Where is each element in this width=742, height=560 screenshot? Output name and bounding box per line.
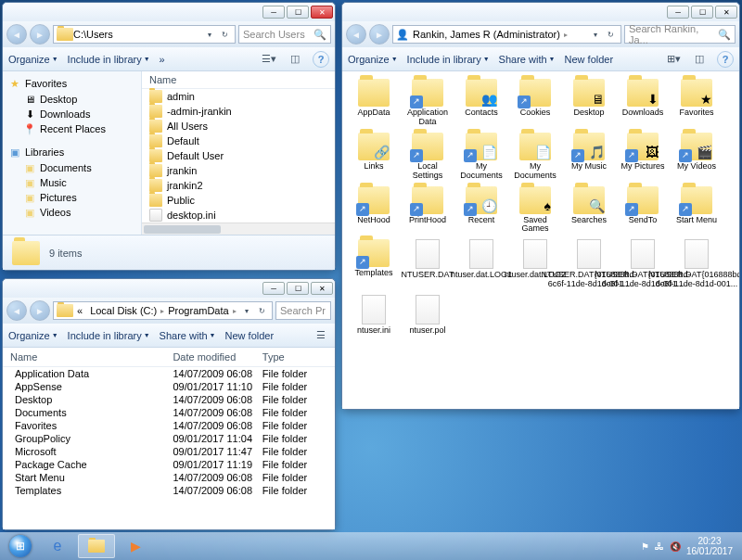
search-box[interactable]: Search Users🔍 [238,25,331,44]
back-button[interactable]: ◄ [346,24,366,45]
minimize-button[interactable]: ─ [667,6,689,19]
maximize-button[interactable]: ☐ [691,6,713,19]
list-item[interactable]: desktop.ini [142,208,335,223]
titlebar[interactable]: ─ ☐ ✕ [342,3,739,21]
back-button[interactable]: ◄ [6,24,27,45]
nav-item[interactable]: ▣Music [3,175,141,190]
include-library-button[interactable]: Include in library ▼ [407,54,490,65]
view-button[interactable]: ☰ [313,327,329,344]
more-button[interactable]: » [160,54,165,65]
start-button[interactable] [4,534,37,558]
nav-item[interactable]: ▣Pictures [3,190,141,205]
icon-item[interactable]: ↗🖼My Pictures [617,131,669,183]
table-row[interactable]: Documents14/07/2009 06:08File folder [3,406,335,419]
help-button[interactable]: ? [313,51,329,68]
list-item[interactable]: jrankin [142,163,335,178]
icon-item[interactable]: ↗📄My Documents [455,131,507,183]
back-button[interactable]: ◄ [6,300,27,321]
icon-item[interactable]: 🔍Searches [563,185,615,236]
forward-button[interactable]: ► [30,300,50,321]
file-list[interactable]: Name admin-admin-jrankinAll UsersDefault… [142,71,335,235]
include-library-button[interactable]: Include in library ▼ [68,330,150,341]
list-item[interactable]: jrankin2 [142,178,335,193]
refresh-button[interactable]: ↻ [254,302,269,319]
address-bar[interactable]: 👤 Rankin, James R (Administrator)▸ ▾ ↻ [392,25,621,44]
new-folder-button[interactable]: New folder [565,54,614,65]
new-folder-button[interactable]: New folder [225,330,275,341]
icon-item[interactable]: AppData [348,77,400,129]
organize-button[interactable]: Organize ▼ [348,54,398,65]
address-bar[interactable]: ▾ ↻ [53,25,236,44]
icon-item[interactable]: ↗PrintHood [402,185,454,236]
table-row[interactable]: Application Data14/07/2009 06:08File fol… [3,367,335,380]
list-item[interactable]: Default User [142,148,335,163]
column-type[interactable]: Type [262,351,327,363]
tray-flag-icon[interactable]: ⚑ [641,541,649,552]
share-button[interactable]: Share with ▼ [499,54,556,65]
include-library-button[interactable]: Include in library ▼ [68,54,150,65]
list-item[interactable]: admin [142,89,335,104]
list-item[interactable]: All Users [142,119,335,134]
taskbar-wmp[interactable]: ▶ [117,534,154,558]
icon-item[interactable]: ↗Cookies [509,77,561,129]
icon-item[interactable]: ↗🎵My Music [563,131,615,183]
scrollbar-horizontal[interactable] [142,223,335,235]
titlebar[interactable]: ─ ☐ ✕ [3,3,335,21]
icon-item[interactable]: ntuser.dat.LOG1 [455,237,507,291]
icon-item[interactable]: ↗Local Settings [402,131,454,183]
icon-item[interactable]: ntuser.ini [348,293,400,337]
nav-item[interactable]: ▣Documents [3,160,141,175]
icon-item[interactable]: 👥Contacts [455,77,507,129]
icon-item[interactable]: NTUSER.DAT [402,237,454,291]
close-button[interactable]: ✕ [715,6,737,19]
search-box[interactable]: Search Rankin, Ja...🔍 [624,25,736,44]
maximize-button[interactable]: ☐ [287,282,309,295]
breadcrumb[interactable]: « [73,305,86,316]
address-dropdown[interactable]: ▾ [588,26,603,43]
forward-button[interactable]: ► [369,24,390,45]
icon-item[interactable]: ↗Templates [348,237,400,291]
table-row[interactable]: Templates14/07/2009 06:08File folder [3,484,335,497]
table-row[interactable]: Package Cache09/01/2017 11:19File folder [3,458,335,471]
icon-item[interactable]: 🖥Desktop [563,77,615,129]
table-row[interactable]: Desktop14/07/2009 06:08File folder [3,393,335,406]
titlebar[interactable]: ─ ☐ ✕ [3,279,335,298]
table-row[interactable]: AppSense09/01/2017 11:10File folder [3,380,335,393]
refresh-button[interactable]: ↻ [603,26,618,43]
table-row[interactable]: GroupPolicy09/01/2017 11:04File folder [3,432,335,445]
nav-item[interactable]: 📍Recent Places [3,121,141,136]
icon-item[interactable]: 🔗Links [348,131,400,183]
maximize-button[interactable]: ☐ [287,6,309,19]
icon-item[interactable]: ↗SendTo [617,185,669,236]
breadcrumb[interactable]: Local Disk (C:) [86,305,160,316]
libraries-header[interactable]: ▣Libraries [3,144,141,160]
address-dropdown[interactable]: ▾ [239,302,254,319]
minimize-button[interactable]: ─ [262,282,285,295]
icon-view[interactable]: AppData↗Application Data👥Contacts↗Cookie… [342,71,739,409]
view-button[interactable]: ⊞▾ [665,51,682,68]
nav-item[interactable]: ▣Videos [3,205,141,220]
table-row[interactable]: Microsoft09/01/2017 11:47File folder [3,445,335,458]
icon-item[interactable]: ★Favorites [671,77,723,129]
system-tray[interactable]: ⚑ 🖧 🔇 20:23 16/01/2017 [641,536,738,556]
preview-pane-button[interactable]: ◫ [287,51,303,68]
column-name[interactable]: Name [10,351,173,363]
help-button[interactable]: ? [717,51,734,68]
close-button[interactable]: ✕ [311,282,333,295]
close-button[interactable]: ✕ [311,6,333,19]
address-bar[interactable]: « Local Disk (C:)▸ ProgramData▸ ▾ ↻ [53,301,273,320]
list-item[interactable]: -admin-jrankin [142,104,335,119]
address-input[interactable] [73,29,202,40]
view-button[interactable]: ☰▾ [261,51,277,68]
icon-item[interactable]: ⬇Downloads [617,77,669,129]
forward-button[interactable]: ► [30,24,50,45]
tray-volume-icon[interactable]: 🔇 [670,541,681,552]
tray-network-icon[interactable]: 🖧 [655,541,664,552]
taskbar-explorer[interactable] [78,534,115,558]
clock[interactable]: 20:23 16/01/2017 [686,536,733,556]
file-list[interactable]: Name Date modified Type Application Data… [3,348,335,529]
column-date[interactable]: Date modified [173,351,262,363]
address-dropdown[interactable]: ▾ [202,26,217,43]
search-box[interactable]: Search Pr [275,301,331,320]
icon-item[interactable]: ↗Application Data [402,77,454,129]
